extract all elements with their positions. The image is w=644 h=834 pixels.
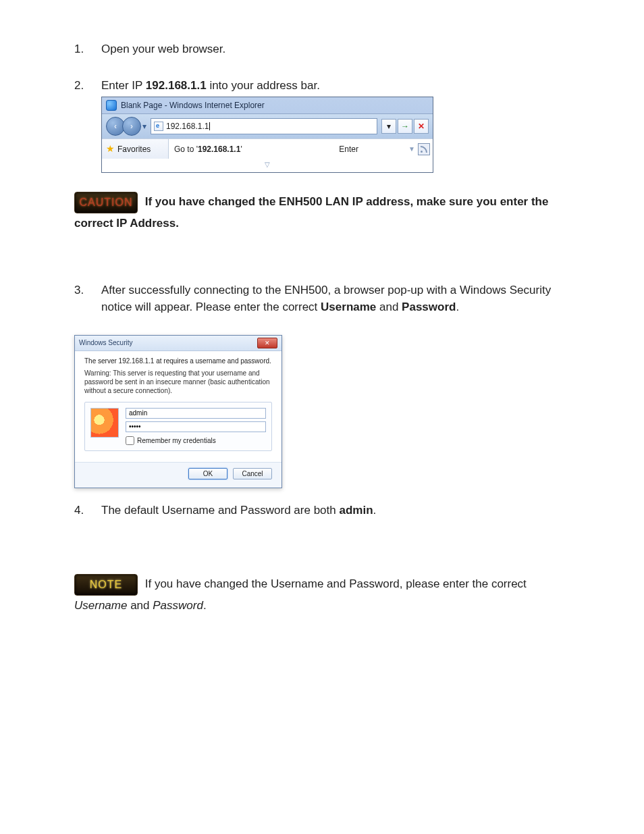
dialog-titlebar: Windows Security ✕ <box>75 336 281 351</box>
step-text: Open your web browser. <box>101 41 570 58</box>
password-word: Password <box>153 599 203 612</box>
windows-security-dialog: Windows Security ✕ The server 192.168.1.… <box>74 335 282 488</box>
rss-icon[interactable] <box>418 143 430 155</box>
password-input[interactable] <box>126 421 266 432</box>
admin-word: admin <box>339 504 373 517</box>
caution-callout: CAUTION If you have changed the ENH500 L… <box>74 192 570 234</box>
step-3: 3. After successfully connecting to the … <box>74 282 570 316</box>
step-number: 2. <box>74 77 101 174</box>
browser-screenshot: Blank Page - Windows Internet Explorer ‹… <box>101 97 433 173</box>
ie-icon <box>106 100 117 111</box>
dialog-button-row: OK Cancel <box>75 462 281 488</box>
address-suggestion-row: ★ Favorites Go to ' 192.168.1.1 ' Enter … <box>102 138 433 159</box>
suggestion-collapse[interactable]: ▽ <box>102 159 433 172</box>
close-button[interactable]: ✕ <box>257 338 277 348</box>
text-cursor <box>209 122 210 130</box>
page-icon <box>154 122 163 131</box>
note-badge: NOTE <box>74 574 138 596</box>
step-1: 1. Open your web browser. <box>74 41 570 58</box>
nav-dropdown-icon[interactable]: ▾ <box>141 118 148 134</box>
star-icon: ★ <box>106 142 115 156</box>
step-text: Enter IP 192.168.1.1 into your address b… <box>101 77 570 174</box>
username-input[interactable] <box>126 408 266 419</box>
username-word: Username <box>321 301 376 313</box>
goto-post: ' <box>240 143 242 155</box>
address-dropdown-icon[interactable]: ▾ <box>381 119 396 134</box>
favorites-button[interactable]: ★ Favorites <box>102 139 169 159</box>
enter-hint: Enter <box>339 143 358 155</box>
text-pre: Enter IP <box>101 79 146 92</box>
browser-titlebar: Blank Page - Windows Internet Explorer <box>102 97 433 113</box>
caution-text: If you have changed the ENH500 LAN IP ad… <box>74 195 548 230</box>
chevron-up-icon: ▽ <box>265 159 270 170</box>
credentials-panel: Remember my credentials <box>84 402 272 451</box>
step-number: 4. <box>74 502 101 519</box>
goto-pre: Go to ' <box>174 143 198 155</box>
address-value: 192.168.1.1 <box>166 120 209 132</box>
note-text: If you have changed the Username and Pas… <box>74 578 527 613</box>
note-callout: NOTE If you have changed the Username an… <box>74 574 570 617</box>
goto-ip: 192.168.1.1 <box>198 143 240 155</box>
chevron-down-icon[interactable]: ▼ <box>408 144 415 154</box>
forward-button[interactable]: › <box>122 117 141 136</box>
stop-button[interactable]: ✕ <box>414 119 429 134</box>
step-4: 4. The default Username and Password are… <box>74 502 570 519</box>
ip-address: 192.168.1.1 <box>146 79 207 92</box>
address-bar[interactable]: 192.168.1.1 <box>151 118 377 134</box>
ok-button[interactable]: OK <box>188 468 227 479</box>
user-avatar-icon <box>90 408 119 438</box>
dialog-message: The server 192.168.1.1 at requires a use… <box>84 357 272 365</box>
caution-badge: CAUTION <box>74 192 138 213</box>
dialog-body: The server 192.168.1.1 at requires a use… <box>75 351 281 462</box>
go-button[interactable]: → <box>398 119 412 134</box>
dialog-title: Windows Security <box>79 339 132 346</box>
remember-checkbox[interactable] <box>126 436 134 445</box>
browser-title: Blank Page - Windows Internet Explorer <box>121 99 265 111</box>
username-word: Username <box>74 599 127 612</box>
toolbar-right: ▼ <box>399 139 433 159</box>
step-number: 3. <box>74 282 101 316</box>
favorites-label: Favorites <box>117 143 151 155</box>
remember-credentials[interactable]: Remember my credentials <box>126 436 266 445</box>
step-number: 1. <box>74 41 101 58</box>
step-text: After successfully connecting to the ENH… <box>101 282 570 316</box>
step-text: The default Username and Password are bo… <box>101 502 570 519</box>
step-2: 2. Enter IP 192.168.1.1 into your addres… <box>74 77 570 174</box>
text-post: into your address bar. <box>207 79 320 92</box>
cancel-button[interactable]: Cancel <box>233 468 272 479</box>
goto-suggestion[interactable]: Go to ' 192.168.1.1 ' Enter <box>169 139 399 159</box>
password-word: Password <box>402 301 456 313</box>
dialog-warning: Warning: This server is requesting that … <box>84 369 272 395</box>
browser-toolbar: ‹ › ▾ 192.168.1.1 ▾ → ✕ <box>102 113 433 138</box>
remember-label: Remember my credentials <box>137 437 216 444</box>
